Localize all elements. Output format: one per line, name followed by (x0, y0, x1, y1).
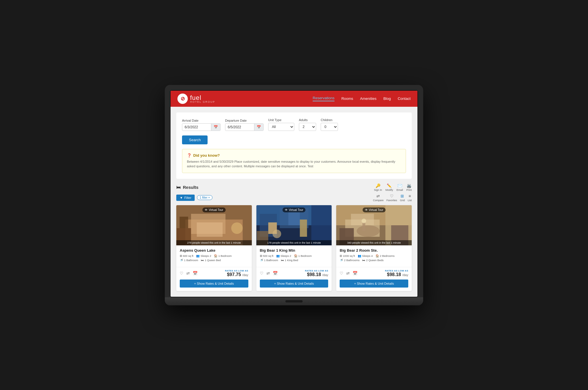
unit-card-1: 👁 Virtual Tour 279 people viewed this un… (176, 205, 252, 291)
card-2-calendar-icon[interactable]: 📅 (273, 271, 278, 275)
children-select[interactable]: 0 1 2 3 (321, 123, 338, 131)
bedroom-icon-3: 🏠 (376, 254, 379, 257)
laptop-frame: ⊘ fuel HOTEL GROUP Reservations Rooms Am… (165, 85, 423, 305)
card-3-show-rates-button[interactable]: + Show Rates & Unit Details (340, 280, 408, 288)
card-1-compare-icon[interactable]: ⇄ (186, 271, 190, 275)
active-filter-badge[interactable]: 1 filter × (197, 195, 212, 200)
card-1-price: $97.75 /day (225, 272, 248, 277)
card-1-sqft: ⊞ 600 sq ft (180, 254, 193, 257)
card-1-image: 👁 Virtual Tour 279 people viewed this un… (176, 205, 252, 245)
svg-rect-28 (363, 222, 365, 231)
card-1-rates: RATES AS LOW AS $97.75 /day (225, 269, 248, 277)
card-2-price: $98.18 /day (305, 272, 328, 277)
modify-action[interactable]: ✏️ Modify (385, 183, 393, 191)
list-view-btn[interactable]: ≡ List (408, 194, 412, 202)
svg-rect-11 (311, 205, 332, 245)
card-3-bathrooms: 🚿 2 Bathrooms (340, 259, 359, 262)
logo-text-group: fuel HOTEL GROUP (190, 94, 215, 103)
unit-type-select[interactable]: All Single Double Suite (268, 123, 294, 131)
sign-in-action[interactable]: 🔑 Sign In (374, 183, 382, 191)
card-2-virtual-tour-badge[interactable]: 👁 Virtual Tour (283, 207, 305, 212)
sleeps-icon-3: 👥 (358, 254, 361, 257)
card-1-actions: ♡ ⇄ 📅 (180, 271, 198, 275)
card-1-show-rates-button[interactable]: + Show Rates & Unit Details (180, 280, 248, 288)
unit-card-2: 👁 Virtual Tour 178 people viewed this un… (256, 205, 332, 291)
departure-input-wrapper: 📅 (225, 123, 264, 131)
search-button[interactable]: Search (182, 135, 208, 144)
card-3-favorite-icon[interactable]: ♡ (340, 271, 343, 275)
card-2-show-rates-button[interactable]: + Show Rates & Unit Details (260, 280, 328, 288)
card-2-bed-type: 🛏 1 King Bed (281, 259, 298, 262)
card-1-viewer-count: 279 people viewed this unit in the last … (176, 240, 252, 245)
search-form: Arrival Date 📅 Departure Date 📅 (176, 112, 412, 179)
card-1-calendar-icon[interactable]: 📅 (193, 271, 198, 275)
card-3-image: 👁 Virtual Tour 340 people viewed this un… (336, 205, 412, 245)
card-3-viewer-count: 340 people viewed this unit in the last … (336, 240, 412, 245)
nav-amenities[interactable]: Amenities (360, 96, 376, 101)
card-3-amenities: ⊞ 1000 sq ft 👥 Sleeps 4 🏠 2 Bedrooms (340, 254, 408, 262)
filter-row: ▼ Filter 1 filter × ⇄ Compare ♡ Favorite… (176, 194, 412, 202)
favorites-view-btn[interactable]: ♡ Favorites (386, 194, 397, 202)
question-icon: ❓ (187, 153, 192, 158)
logo: ⊘ fuel HOTEL GROUP (177, 94, 215, 104)
card-2-sleeps: 👥 Sleeps 2 (276, 254, 291, 257)
card-2-amenities: ⊞ 500 sq ft 👥 Sleeps 2 🏠 1 Bedroom (260, 254, 328, 262)
print-action[interactable]: 🖨️ Print (406, 183, 412, 191)
email-action[interactable]: ✉️ Email (396, 183, 403, 191)
children-label: Children (321, 118, 338, 122)
card-1-virtual-tour-badge[interactable]: 👁 Virtual Tour (202, 207, 225, 212)
card-1-sleeps: 👥 Sleeps 2 (196, 254, 211, 257)
filter-right: ⇄ Compare ♡ Favorites ⊞ Grid ≡ List (373, 194, 412, 202)
arrival-calendar-icon[interactable]: 📅 (211, 124, 220, 131)
card-2-title: Big Bear 1 King Mtn (260, 248, 328, 253)
card-3-virtual-tour-badge[interactable]: 👁 Virtual Tour (363, 207, 386, 212)
card-1-favorite-icon[interactable]: ♡ (180, 271, 183, 275)
card-3-bed-type: 🛏 2 Queen Beds (362, 259, 384, 262)
modify-icon: ✏️ (387, 183, 392, 188)
bedroom-icon-1: 🏠 (214, 254, 217, 257)
card-3-compare-icon[interactable]: ⇄ (346, 271, 350, 275)
filter-button[interactable]: ▼ Filter (176, 195, 195, 201)
card-2-rates: RATES AS LOW AS $98.18 /day (305, 269, 328, 277)
unit-type-label: Unit Type (268, 118, 294, 122)
bathroom-icon-3: 🚿 (340, 259, 343, 262)
info-text: Between 4/1/2014 and 5/30/2029 Place cus… (187, 159, 401, 169)
bedroom-icon-2: 🏠 (294, 254, 297, 257)
card-1-body: Aspens Queen Lake ⊞ 600 sq ft 👥 Sleeps 2 (176, 245, 252, 267)
nav-blog[interactable]: Blog (383, 96, 391, 101)
adults-select[interactable]: 1 2 3 4 (299, 123, 316, 131)
email-icon: ✉️ (397, 183, 402, 188)
departure-date-input[interactable] (225, 124, 254, 131)
arrival-input-wrapper: 📅 (182, 123, 220, 131)
grid-view-btn[interactable]: ⊞ Grid (400, 194, 405, 202)
nav-rooms[interactable]: Rooms (341, 96, 353, 101)
bathroom-icon-2: 🚿 (260, 259, 263, 262)
sqft-icon-2: ⊞ (260, 254, 262, 257)
svg-rect-14 (288, 211, 300, 225)
sleeps-icon-1: 👥 (196, 254, 200, 257)
filter-icon: ▼ (180, 196, 183, 199)
compare-icon: ⇄ (376, 194, 380, 198)
logo-name: fuel (190, 94, 201, 101)
arrival-date-input[interactable] (182, 124, 211, 131)
info-title: ❓ Did you know? (187, 153, 401, 158)
card-2-favorite-icon[interactable]: ♡ (260, 271, 264, 275)
card-2-compare-icon[interactable]: ⇄ (266, 271, 270, 275)
cards-grid: 👁 Virtual Tour 279 people viewed this un… (176, 205, 412, 291)
form-row: Arrival Date 📅 Departure Date 📅 (182, 118, 406, 131)
card-2-footer: ♡ ⇄ 📅 RATES AS LOW AS $98.18 /day (256, 267, 332, 280)
bed-icon-1: 🛏 (201, 259, 204, 262)
departure-calendar-icon[interactable]: 📅 (254, 124, 263, 131)
main-content: Arrival Date 📅 Departure Date 📅 (171, 107, 417, 297)
card-3-price: $98.18 /day (385, 272, 408, 277)
nav-reservations[interactable]: Reservations (313, 96, 334, 101)
compare-view-btn[interactable]: ⇄ Compare (373, 194, 384, 202)
nav-contact[interactable]: Contact (398, 96, 411, 101)
card-1-bed-type: 🛏 1 Queen Bed (201, 259, 221, 262)
filter-left: ▼ Filter 1 filter × (176, 195, 212, 201)
print-icon: 🖨️ (407, 183, 411, 188)
sqft-icon-3: ⊞ (340, 254, 342, 257)
vr-icon-3: 👁 (365, 208, 368, 212)
card-2-sqft: ⊞ 500 sq ft (260, 254, 273, 257)
card-3-calendar-icon[interactable]: 📅 (353, 271, 357, 275)
